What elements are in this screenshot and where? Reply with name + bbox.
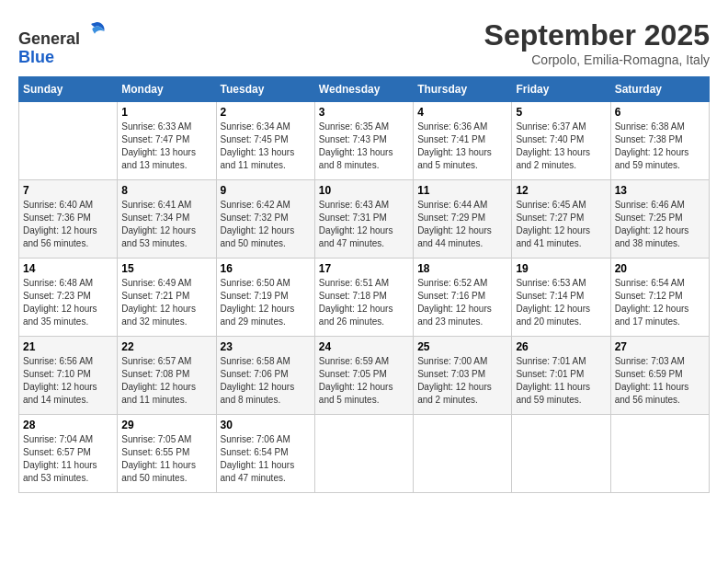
day-number: 17 <box>319 262 409 275</box>
logo-bird-icon <box>82 18 108 44</box>
day-info: Sunrise: 6:41 AMSunset: 7:34 PMDaylight:… <box>121 199 211 250</box>
day-number: 2 <box>221 106 311 119</box>
calendar-cell: 21Sunrise: 6:56 AMSunset: 7:10 PMDayligh… <box>19 337 118 415</box>
calendar-week-2: 7Sunrise: 6:40 AMSunset: 7:36 PMDaylight… <box>19 180 710 259</box>
calendar-cell: 4Sunrise: 6:36 AMSunset: 7:41 PMDaylight… <box>414 102 512 180</box>
day-number: 16 <box>221 262 311 275</box>
day-info: Sunrise: 7:03 AMSunset: 6:59 PMDaylight:… <box>615 355 705 407</box>
day-number: 18 <box>417 262 507 275</box>
calendar-cell <box>610 415 709 493</box>
day-number: 11 <box>417 184 507 197</box>
calendar-cell: 11Sunrise: 6:44 AMSunset: 7:29 PMDayligh… <box>414 180 512 259</box>
day-number: 8 <box>121 184 211 197</box>
day-info: Sunrise: 7:05 AMSunset: 6:55 PMDaylight:… <box>121 433 211 485</box>
day-number: 15 <box>121 262 211 275</box>
logo-general: General <box>18 29 80 48</box>
day-info: Sunrise: 6:43 AMSunset: 7:31 PMDaylight:… <box>319 199 409 250</box>
calendar-cell: 1Sunrise: 6:33 AMSunset: 7:47 PMDaylight… <box>118 102 216 180</box>
calendar-cell: 5Sunrise: 6:37 AMSunset: 7:40 PMDaylight… <box>512 102 610 180</box>
day-number: 1 <box>121 106 211 119</box>
day-number: 5 <box>516 106 606 119</box>
calendar-week-4: 21Sunrise: 6:56 AMSunset: 7:10 PMDayligh… <box>19 337 710 415</box>
calendar-cell: 17Sunrise: 6:51 AMSunset: 7:18 PMDayligh… <box>314 259 413 337</box>
day-number: 3 <box>319 106 409 119</box>
calendar-cell: 23Sunrise: 6:58 AMSunset: 7:06 PMDayligh… <box>216 337 314 415</box>
calendar-cell: 7Sunrise: 6:40 AMSunset: 7:36 PMDaylight… <box>19 180 118 259</box>
day-info: Sunrise: 6:59 AMSunset: 7:05 PMDaylight:… <box>319 355 409 407</box>
location-subtitle: Corpolo, Emilia-Romagna, Italy <box>484 52 710 67</box>
day-number: 14 <box>23 262 113 275</box>
page-header: General Blue September 2025 Corpolo, Emi… <box>18 18 710 67</box>
day-info: Sunrise: 6:42 AMSunset: 7:32 PMDaylight:… <box>221 199 311 250</box>
day-number: 7 <box>23 184 113 197</box>
calendar-cell: 22Sunrise: 6:57 AMSunset: 7:08 PMDayligh… <box>118 337 216 415</box>
logo: General Blue <box>18 18 108 67</box>
calendar-body: 1Sunrise: 6:33 AMSunset: 7:47 PMDaylight… <box>19 102 710 493</box>
calendar-week-1: 1Sunrise: 6:33 AMSunset: 7:47 PMDaylight… <box>19 102 710 180</box>
calendar-cell: 19Sunrise: 6:53 AMSunset: 7:14 PMDayligh… <box>512 259 610 337</box>
day-number: 23 <box>221 340 311 353</box>
day-info: Sunrise: 6:40 AMSunset: 7:36 PMDaylight:… <box>23 199 113 250</box>
day-info: Sunrise: 6:33 AMSunset: 7:47 PMDaylight:… <box>121 121 211 172</box>
day-number: 22 <box>121 340 211 353</box>
day-info: Sunrise: 7:04 AMSunset: 6:57 PMDaylight:… <box>23 433 113 485</box>
day-number: 30 <box>221 419 311 431</box>
day-number: 24 <box>319 340 409 353</box>
calendar-cell <box>19 102 118 180</box>
day-info: Sunrise: 7:06 AMSunset: 6:54 PMDaylight:… <box>221 433 311 485</box>
day-number: 27 <box>615 340 705 353</box>
calendar-cell: 9Sunrise: 6:42 AMSunset: 7:32 PMDaylight… <box>216 180 314 259</box>
day-number: 4 <box>417 106 507 119</box>
calendar-cell: 25Sunrise: 7:00 AMSunset: 7:03 PMDayligh… <box>414 337 512 415</box>
day-info: Sunrise: 6:46 AMSunset: 7:25 PMDaylight:… <box>615 199 705 250</box>
weekday-thursday: Thursday <box>414 77 512 102</box>
day-number: 26 <box>516 340 606 353</box>
day-info: Sunrise: 6:34 AMSunset: 7:45 PMDaylight:… <box>221 121 311 172</box>
calendar-cell <box>414 415 512 493</box>
calendar-cell: 28Sunrise: 7:04 AMSunset: 6:57 PMDayligh… <box>19 415 118 493</box>
day-info: Sunrise: 6:58 AMSunset: 7:06 PMDaylight:… <box>221 355 311 407</box>
day-info: Sunrise: 6:51 AMSunset: 7:18 PMDaylight:… <box>319 277 409 328</box>
calendar-cell: 29Sunrise: 7:05 AMSunset: 6:55 PMDayligh… <box>118 415 216 493</box>
calendar-cell: 16Sunrise: 6:50 AMSunset: 7:19 PMDayligh… <box>216 259 314 337</box>
calendar-cell: 10Sunrise: 6:43 AMSunset: 7:31 PMDayligh… <box>314 180 413 259</box>
weekday-header-row: SundayMondayTuesdayWednesdayThursdayFrid… <box>19 77 710 102</box>
calendar-cell: 27Sunrise: 7:03 AMSunset: 6:59 PMDayligh… <box>610 337 709 415</box>
day-number: 25 <box>417 340 507 353</box>
day-number: 19 <box>516 262 606 275</box>
calendar-table: SundayMondayTuesdayWednesdayThursdayFrid… <box>18 76 710 493</box>
calendar-cell: 13Sunrise: 6:46 AMSunset: 7:25 PMDayligh… <box>610 180 709 259</box>
calendar-cell: 14Sunrise: 6:48 AMSunset: 7:23 PMDayligh… <box>19 259 118 337</box>
day-info: Sunrise: 6:36 AMSunset: 7:41 PMDaylight:… <box>417 121 507 172</box>
weekday-tuesday: Tuesday <box>216 77 314 102</box>
calendar-cell <box>314 415 413 493</box>
day-info: Sunrise: 6:52 AMSunset: 7:16 PMDaylight:… <box>417 277 507 328</box>
day-info: Sunrise: 6:37 AMSunset: 7:40 PMDaylight:… <box>516 121 606 172</box>
calendar-cell: 3Sunrise: 6:35 AMSunset: 7:43 PMDaylight… <box>314 102 413 180</box>
calendar-week-3: 14Sunrise: 6:48 AMSunset: 7:23 PMDayligh… <box>19 259 710 337</box>
day-number: 6 <box>615 106 705 119</box>
day-number: 21 <box>23 340 113 353</box>
day-info: Sunrise: 7:01 AMSunset: 7:01 PMDaylight:… <box>516 355 606 407</box>
calendar-cell: 18Sunrise: 6:52 AMSunset: 7:16 PMDayligh… <box>414 259 512 337</box>
weekday-sunday: Sunday <box>19 77 118 102</box>
day-info: Sunrise: 6:50 AMSunset: 7:19 PMDaylight:… <box>221 277 311 328</box>
day-info: Sunrise: 6:38 AMSunset: 7:38 PMDaylight:… <box>615 121 705 172</box>
weekday-saturday: Saturday <box>610 77 709 102</box>
day-info: Sunrise: 6:44 AMSunset: 7:29 PMDaylight:… <box>417 199 507 250</box>
calendar-cell: 30Sunrise: 7:06 AMSunset: 6:54 PMDayligh… <box>216 415 314 493</box>
day-info: Sunrise: 6:53 AMSunset: 7:14 PMDaylight:… <box>516 277 606 328</box>
calendar-cell: 6Sunrise: 6:38 AMSunset: 7:38 PMDaylight… <box>610 102 709 180</box>
day-info: Sunrise: 6:54 AMSunset: 7:12 PMDaylight:… <box>615 277 705 328</box>
weekday-monday: Monday <box>118 77 216 102</box>
calendar-cell: 2Sunrise: 6:34 AMSunset: 7:45 PMDaylight… <box>216 102 314 180</box>
month-title: September 2025 <box>484 18 710 52</box>
calendar-cell: 20Sunrise: 6:54 AMSunset: 7:12 PMDayligh… <box>610 259 709 337</box>
day-number: 29 <box>121 419 211 431</box>
day-info: Sunrise: 6:57 AMSunset: 7:08 PMDaylight:… <box>121 355 211 407</box>
day-info: Sunrise: 6:35 AMSunset: 7:43 PMDaylight:… <box>319 121 409 172</box>
day-number: 9 <box>221 184 311 197</box>
day-number: 12 <box>516 184 606 197</box>
day-number: 10 <box>319 184 409 197</box>
weekday-wednesday: Wednesday <box>314 77 413 102</box>
